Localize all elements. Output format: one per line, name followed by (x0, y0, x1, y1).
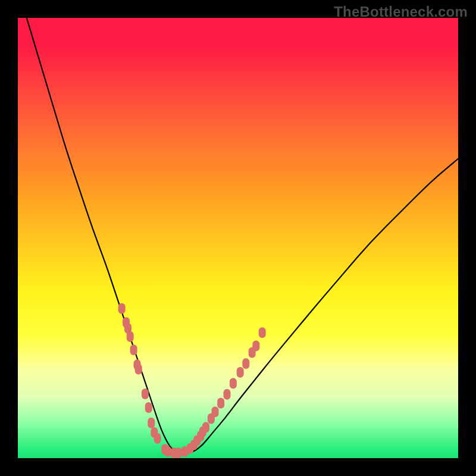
highlight-dot (199, 427, 206, 437)
highlight-dot (202, 422, 209, 433)
highlight-dot (161, 444, 168, 455)
curve-layer (27, 18, 458, 454)
highlight-dot (127, 331, 134, 342)
chart-svg (18, 18, 458, 458)
plot-area (18, 18, 458, 458)
highlight-dot (186, 443, 193, 454)
highlight-dot (190, 440, 198, 450)
highlight-dot (134, 359, 141, 370)
highlight-dot (123, 317, 130, 328)
highlight-dot (249, 347, 256, 358)
highlight-dot (145, 402, 152, 413)
highlight-dot (217, 398, 224, 409)
highlight-dot (142, 389, 149, 399)
highlight-dot (175, 447, 182, 458)
highlight-dot (259, 327, 266, 338)
watermark-text: TheBottleneck.com (334, 4, 468, 20)
bottleneck-curve (27, 18, 458, 454)
dots-layer (118, 303, 266, 458)
highlight-dot (151, 427, 158, 438)
highlight-dot (242, 358, 249, 369)
highlight-dot (154, 433, 161, 444)
chart-frame: TheBottleneck.com (0, 0, 476, 476)
highlight-dot (135, 364, 142, 375)
highlight-dot (164, 446, 171, 457)
highlight-dot (171, 447, 178, 458)
highlight-dot (230, 378, 237, 389)
highlight-dot (118, 303, 126, 314)
highlight-dot (224, 389, 231, 400)
highlight-dot (237, 367, 244, 378)
highlight-dot (148, 418, 155, 428)
highlight-dot (208, 413, 215, 424)
highlight-dot (124, 323, 131, 334)
highlight-dot (130, 345, 137, 355)
highlight-dot (252, 340, 259, 351)
highlight-dot (197, 431, 204, 441)
highlight-dot (181, 446, 188, 457)
highlight-dot (212, 406, 219, 417)
highlight-dot (193, 435, 201, 446)
